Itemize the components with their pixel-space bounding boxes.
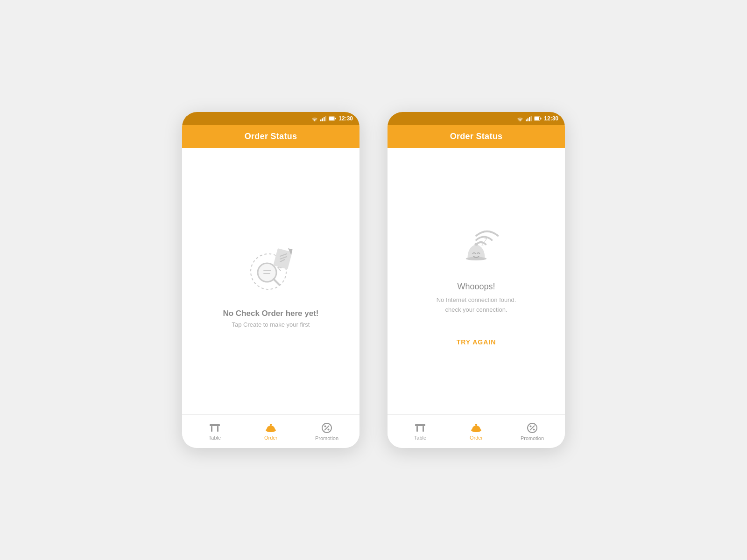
nav-promotion-1[interactable]: Promotion [299,422,355,441]
app-container: 12:30 Order Status [182,112,565,448]
nav-table-2[interactable]: Table [392,423,448,441]
svg-rect-43 [423,426,424,432]
status-bar-1: 12:30 [182,112,359,125]
nav-order-label-1: Order [264,435,277,441]
order-icon-1 [265,423,277,433]
empty-state-subtitle: Tap Create to make your first [232,321,310,328]
nav-promotion-2[interactable]: Promotion [504,422,560,441]
status-time-1: 12:30 [338,115,353,122]
bottom-nav-2: Table Order Promotion [388,414,565,448]
svg-rect-35 [535,117,539,120]
app-header-2: Order Status [388,125,565,148]
table-icon-2 [415,423,426,433]
empty-state-title: No Check Order here yet! [223,309,318,318]
nav-promotion-label-1: Promotion [315,435,338,441]
try-again-button[interactable]: TRY AGAIN [447,334,506,350]
svg-rect-33 [531,116,532,121]
empty-state-illustration [238,234,303,300]
wifi-icon [311,116,318,121]
svg-rect-5 [329,117,334,120]
svg-rect-31 [528,119,529,122]
battery-icon-2 [534,116,542,121]
svg-point-38 [474,243,478,246]
status-icons-1: 12:30 [311,115,353,122]
wifi-icon-2 [517,116,523,121]
svg-rect-3 [325,116,327,121]
svg-rect-30 [526,119,527,121]
app-header-1: Order Status [182,125,359,148]
svg-text:z: z [481,242,484,247]
order-icon-2 [470,423,482,433]
svg-rect-6 [335,118,336,119]
status-icons-2: 12:30 [517,115,558,122]
nav-table-label-2: Table [414,435,426,441]
svg-point-46 [475,424,477,425]
svg-rect-1 [322,119,324,122]
svg-text:Z: Z [484,237,487,244]
bottom-nav-1: Table Order [182,414,359,448]
svg-rect-15 [273,248,292,269]
nav-table-label-1: Table [209,435,221,441]
svg-point-49 [533,428,535,430]
promotion-icon-2 [527,422,538,434]
svg-rect-2 [324,117,325,121]
phone-empty-state: 12:30 Order Status [182,112,359,448]
svg-rect-32 [529,117,530,121]
status-bar-2: 12:30 [388,112,565,125]
content-empty: No Check Order here yet! Tap Create to m… [182,148,359,414]
svg-point-28 [328,428,330,430]
content-error: z Z Whooops! No Internet connection foun… [388,148,565,414]
battery-icon [329,116,336,121]
svg-rect-41 [415,424,425,426]
phone-error-state: 12:30 Order Status [388,112,565,448]
svg-rect-42 [416,426,418,432]
error-title: Whooops! [457,282,495,292]
svg-point-27 [324,425,326,427]
svg-rect-0 [320,119,322,121]
nav-order-label-2: Order [470,435,483,441]
signal-icon-2 [526,116,532,121]
promotion-icon-1 [321,422,332,434]
status-time-2: 12:30 [544,115,558,122]
header-title-2: Order Status [450,132,503,141]
signal-icon [320,116,326,121]
nav-order-1[interactable]: Order [243,423,299,441]
svg-line-9 [274,279,279,285]
svg-rect-20 [210,424,220,426]
svg-line-14 [279,269,281,271]
svg-point-25 [270,424,272,425]
nav-promotion-label-2: Promotion [521,435,544,441]
svg-rect-22 [217,426,218,432]
svg-point-48 [530,425,532,427]
header-title-1: Order Status [245,132,297,141]
nav-table-1[interactable]: Table [187,423,243,441]
svg-rect-36 [541,118,542,119]
nav-order-2[interactable]: Order [448,423,504,441]
table-icon-1 [209,423,220,433]
error-subtitle: No Internet connection found.check your … [437,295,516,315]
svg-rect-21 [211,426,212,432]
error-state-illustration: z Z [446,212,507,273]
